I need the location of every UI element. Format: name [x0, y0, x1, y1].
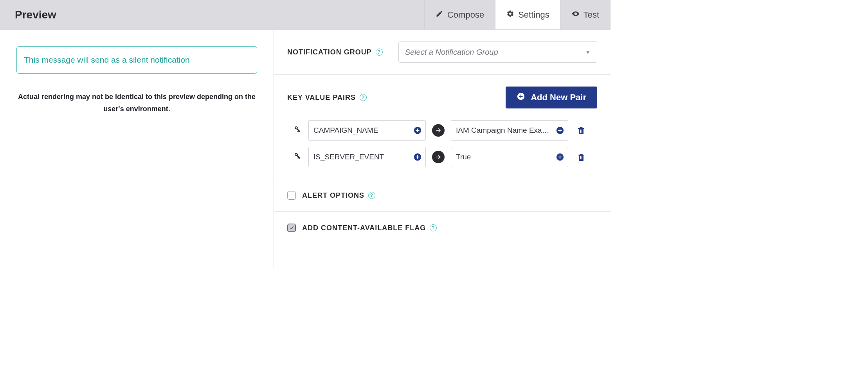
pencil-icon: [436, 10, 443, 20]
kvp-key-input[interactable]: [309, 147, 425, 167]
help-icon[interactable]: ?: [368, 192, 375, 199]
main: This message will send as a silent notif…: [0, 30, 610, 268]
button-label: Add New Pair: [531, 92, 586, 103]
tabs: Compose Settings Test: [424, 0, 610, 29]
kvp-value-field: [451, 120, 568, 141]
select-placeholder: Select a Notification Group: [405, 48, 498, 57]
content-available-checkbox[interactable]: [287, 224, 296, 232]
plus-circle-icon[interactable]: [555, 152, 565, 162]
preview-disclaimer: Actual rendering may not be identical to…: [16, 91, 257, 115]
section-key-value-pairs: KEY VALUE PAIRS ? Add New Pair: [274, 75, 610, 179]
settings-pane: NOTIFICATION GROUP ? Select a Notificati…: [274, 30, 610, 268]
plus-circle-icon[interactable]: [413, 126, 422, 135]
key-icon: [292, 125, 302, 135]
label-text: ADD CONTENT-AVAILABLE FLAG: [302, 224, 426, 232]
plus-circle-icon[interactable]: [555, 126, 565, 135]
key-icon: [292, 152, 302, 162]
tab-label: Settings: [518, 10, 549, 20]
alert-options-label: ALERT OPTIONS ?: [302, 191, 375, 200]
kvp-value-input[interactable]: [451, 147, 568, 167]
arrow-right-icon: [432, 151, 445, 163]
chevron-down-icon: ▼: [585, 49, 591, 55]
label-text: NOTIFICATION GROUP: [287, 48, 372, 56]
tab-settings[interactable]: Settings: [495, 0, 560, 29]
section-notification-group: NOTIFICATION GROUP ? Select a Notificati…: [274, 30, 610, 75]
tab-test[interactable]: Test: [560, 0, 610, 29]
tab-compose[interactable]: Compose: [424, 0, 495, 29]
kvp-row: [287, 147, 597, 167]
section-alert-options: ALERT OPTIONS ?: [274, 179, 610, 212]
content-available-label: ADD CONTENT-AVAILABLE FLAG ?: [302, 224, 437, 232]
kvp-key-field: [308, 147, 426, 167]
gear-icon: [506, 10, 514, 20]
notification-group-label: NOTIFICATION GROUP ?: [287, 48, 383, 56]
kvp-row: [287, 120, 597, 141]
topbar: Preview Compose Settings Test: [0, 0, 610, 30]
plus-circle-icon[interactable]: [413, 152, 422, 162]
silent-notification-banner: This message will send as a silent notif…: [16, 46, 257, 74]
label-text: ALERT OPTIONS: [302, 191, 364, 200]
page-title: Preview: [0, 0, 424, 29]
tab-label: Compose: [447, 10, 484, 20]
tab-label: Test: [583, 10, 599, 20]
help-icon[interactable]: ?: [376, 49, 383, 56]
kvp-key-field: [308, 120, 426, 141]
alert-options-checkbox[interactable]: [287, 191, 296, 200]
delete-row-button[interactable]: [576, 125, 586, 135]
label-text: KEY VALUE PAIRS: [287, 94, 356, 102]
arrow-right-icon: [432, 124, 445, 137]
add-new-pair-button[interactable]: Add New Pair: [506, 87, 597, 108]
preview-pane: This message will send as a silent notif…: [0, 30, 274, 268]
kvp-value-input[interactable]: [451, 121, 568, 140]
kvp-value-field: [451, 147, 568, 167]
kvp-label: KEY VALUE PAIRS ?: [287, 94, 367, 102]
delete-row-button[interactable]: [576, 152, 586, 162]
notification-group-select[interactable]: Select a Notification Group ▼: [398, 42, 597, 63]
section-content-available: ADD CONTENT-AVAILABLE FLAG ?: [274, 212, 610, 244]
kvp-key-input[interactable]: [309, 121, 425, 140]
help-icon[interactable]: ?: [430, 224, 437, 231]
help-icon[interactable]: ?: [360, 94, 367, 101]
eye-icon: [572, 10, 580, 20]
plus-circle-icon: [517, 92, 525, 103]
kvp-rows: [287, 120, 597, 167]
